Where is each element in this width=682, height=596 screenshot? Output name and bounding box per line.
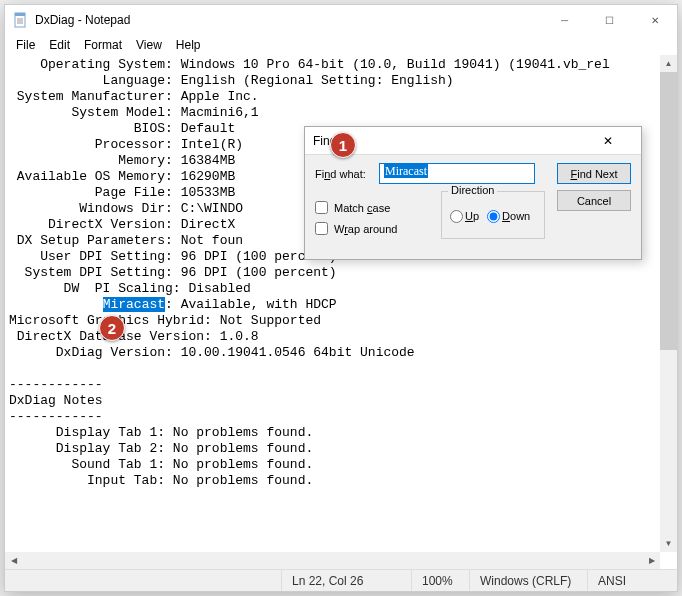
- window-title: DxDiag - Notepad: [35, 13, 542, 27]
- highlighted-match: Miracast: [103, 297, 165, 312]
- menu-format[interactable]: Format: [77, 36, 129, 54]
- status-encoding: ANSI: [587, 570, 677, 591]
- svg-rect-1: [15, 13, 25, 16]
- scroll-thumb-v[interactable]: [660, 72, 677, 350]
- scroll-up-icon[interactable]: ▲: [660, 55, 677, 72]
- scroll-left-icon[interactable]: ◀: [5, 552, 22, 569]
- scroll-down-icon[interactable]: ▼: [660, 535, 677, 552]
- find-what-label: Find what:: [315, 168, 373, 180]
- cancel-button[interactable]: Cancel: [557, 190, 631, 211]
- menubar: File Edit Format View Help: [5, 35, 677, 55]
- status-zoom: 100%: [411, 570, 469, 591]
- menu-view[interactable]: View: [129, 36, 169, 54]
- notepad-window: DxDiag - Notepad ─ ☐ ✕ File Edit Format …: [4, 4, 678, 592]
- match-case-checkbox[interactable]: Match case: [315, 201, 390, 214]
- menu-edit[interactable]: Edit: [42, 36, 77, 54]
- statusbar: Ln 22, Col 26 100% Windows (CRLF) ANSI: [5, 569, 677, 591]
- menu-file[interactable]: File: [9, 36, 42, 54]
- scrollbar-horizontal[interactable]: ◀ ▶: [5, 552, 660, 569]
- direction-group: Direction Up Down: [441, 191, 545, 239]
- wrap-around-checkbox[interactable]: Wrap around: [315, 222, 397, 235]
- minimize-button[interactable]: ─: [542, 5, 587, 35]
- status-position: Ln 22, Col 26: [281, 570, 411, 591]
- find-what-input[interactable]: Miracast: [379, 163, 535, 184]
- notepad-icon: [13, 12, 29, 28]
- maximize-button[interactable]: ☐: [587, 5, 632, 35]
- annotation-badge-2: 2: [99, 315, 125, 341]
- menu-help[interactable]: Help: [169, 36, 208, 54]
- direction-up-radio[interactable]: Up: [450, 210, 479, 223]
- close-button[interactable]: ✕: [632, 5, 677, 35]
- direction-label: Direction: [448, 184, 497, 196]
- annotation-badge-1: 1: [330, 132, 356, 158]
- find-next-button[interactable]: Find Next: [557, 163, 631, 184]
- find-close-button[interactable]: ✕: [603, 127, 641, 154]
- scroll-right-icon[interactable]: ▶: [643, 552, 660, 569]
- close-icon: ✕: [603, 134, 641, 148]
- status-eol: Windows (CRLF): [469, 570, 587, 591]
- find-title-text: Find: [313, 134, 603, 148]
- scrollbar-vertical[interactable]: ▲ ▼: [660, 55, 677, 552]
- direction-down-radio[interactable]: Down: [487, 210, 530, 223]
- titlebar[interactable]: DxDiag - Notepad ─ ☐ ✕: [5, 5, 677, 35]
